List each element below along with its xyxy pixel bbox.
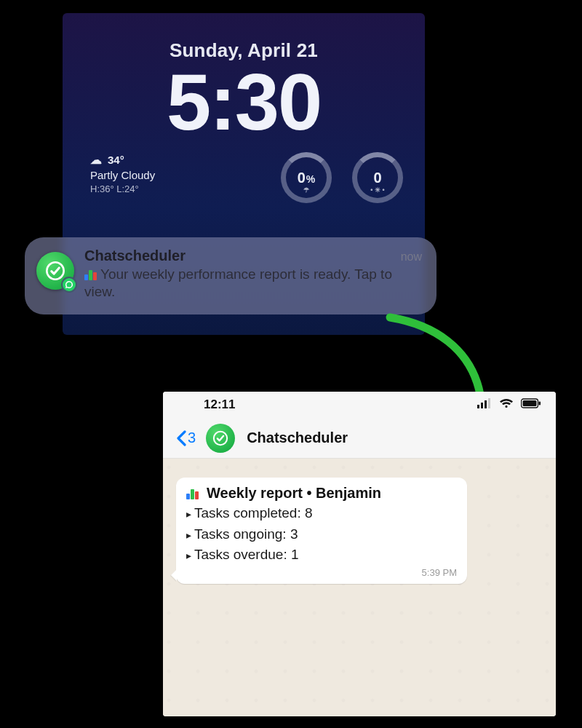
umbrella-icon: ☂ [303, 186, 309, 194]
svg-rect-8 [539, 402, 541, 405]
message-timestamp: 5:39 PM [186, 567, 457, 578]
chat-window: 12:11 3 Chatscheduler Weekly rep [163, 392, 556, 716]
app-icon [36, 252, 74, 290]
uv-value: 0 [373, 170, 381, 186]
notification-banner[interactable]: Chatscheduler now Your weekly performanc… [25, 237, 436, 314]
notification-app-name: Chatscheduler [84, 248, 186, 264]
message-line: Tasks completed: 8 [186, 503, 457, 524]
svg-rect-3 [481, 403, 483, 408]
weather-condition: Partly Cloudy [90, 168, 155, 183]
weather-widget[interactable]: ☁︎ 34° Partly Cloudy H:36° L:24° [90, 152, 155, 195]
uv-gauge[interactable]: 0 • ☀ • [352, 152, 403, 203]
notification-message: Your weekly performance report is ready.… [84, 266, 422, 301]
checkmark-icon [45, 261, 65, 281]
svg-rect-2 [477, 405, 479, 408]
chat-header: 3 Chatscheduler [163, 418, 556, 459]
unread-count: 3 [188, 430, 196, 446]
chat-title[interactable]: Chatscheduler [247, 430, 348, 446]
chevron-left-icon [176, 430, 186, 446]
bar-chart-icon [186, 488, 199, 499]
chat-body[interactable]: Weekly report • Benjamin Tasks completed… [163, 459, 556, 716]
message-title: Weekly report • Benjamin [186, 485, 457, 502]
lockscreen-info-row: ☁︎ 34° Partly Cloudy H:36° L:24° 0% ☂ 0 … [63, 142, 425, 203]
status-bar: 12:11 [163, 392, 556, 418]
checkmark-icon [212, 430, 228, 446]
svg-rect-7 [523, 400, 537, 406]
lockscreen-date: Sunday, April 21 [63, 13, 425, 62]
svg-rect-4 [485, 400, 487, 408]
sun-icon: • ☀ • [370, 186, 384, 194]
wifi-icon [499, 397, 514, 412]
weather-temp: 34° [108, 153, 124, 167]
weather-high-low: H:36° L:24° [90, 183, 155, 196]
back-button[interactable]: 3 [176, 430, 196, 446]
incoming-message-bubble[interactable]: Weekly report • Benjamin Tasks completed… [176, 478, 467, 584]
notification-time: now [401, 250, 422, 264]
lockscreen-time: 5:30 [63, 62, 425, 142]
bar-chart-icon [84, 269, 97, 280]
svg-rect-5 [488, 398, 490, 408]
weather-cloud-icon: ☁︎ [90, 152, 102, 168]
whatsapp-badge-icon [61, 277, 77, 293]
message-line: Tasks overdue: 1 [186, 545, 457, 566]
cellular-icon [477, 397, 492, 412]
chat-avatar[interactable] [206, 424, 235, 453]
precip-value: 0 [298, 170, 306, 186]
precip-gauge[interactable]: 0% ☂ [281, 152, 332, 203]
status-time: 12:11 [204, 397, 235, 412]
battery-icon [521, 397, 541, 412]
message-line: Tasks ongoing: 3 [186, 524, 457, 545]
precip-suffix: % [306, 173, 315, 185]
